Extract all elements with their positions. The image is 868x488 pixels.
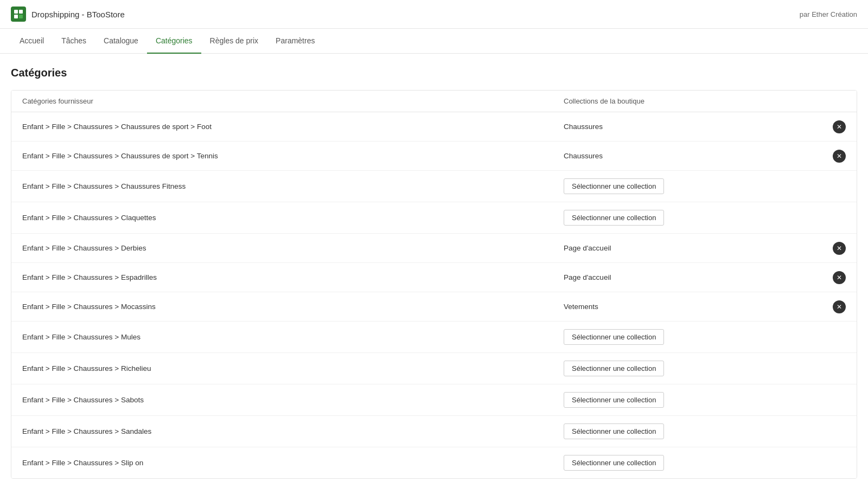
- nav-item-taches[interactable]: Tâches: [53, 29, 95, 54]
- collection-cell: Sélectionner une collection: [564, 361, 846, 376]
- category-label: Enfant > Fille > Chaussures > Claquettes: [22, 214, 564, 222]
- remove-button[interactable]: [833, 271, 846, 284]
- category-label: Enfant > Fille > Chaussures > Chaussures…: [22, 182, 564, 190]
- collection-cell: Vetements: [564, 300, 846, 313]
- category-label: Enfant > Fille > Chaussures > Espadrille…: [22, 273, 564, 281]
- remove-button[interactable]: [833, 150, 846, 163]
- svg-rect-2: [14, 15, 18, 18]
- svg-rect-1: [19, 10, 23, 14]
- category-label: Enfant > Fille > Chaussures > Chaussures…: [22, 152, 564, 160]
- collection-value: Page d'accueil: [564, 273, 833, 281]
- collection-cell: Chaussures: [564, 150, 846, 163]
- category-label: Enfant > Fille > Chaussures > Derbies: [22, 244, 564, 252]
- nav-item-categories[interactable]: Catégories: [147, 29, 201, 54]
- category-label: Enfant > Fille > Chaussures > Mocassins: [22, 303, 564, 311]
- collection-cell: Sélectionner une collection: [564, 210, 846, 226]
- table-row: Enfant > Fille > Chaussures > Claquettes…: [11, 202, 857, 234]
- logo-icon: [13, 9, 24, 20]
- collection-with-remove: Chaussures: [564, 120, 846, 133]
- header-left: Dropshipping - BTooStore: [11, 7, 125, 22]
- table-row: Enfant > Fille > Chaussures > Slip on Sé…: [11, 447, 857, 478]
- table-row: Enfant > Fille > Chaussures > Espadrille…: [11, 263, 857, 292]
- categories-table: Catégories fournisseur Collections de la…: [11, 90, 857, 479]
- category-label: Enfant > Fille > Chaussures > Slip on: [22, 459, 564, 467]
- remove-button[interactable]: [833, 120, 846, 133]
- collection-with-remove: Page d'accueil: [564, 242, 846, 255]
- collection-cell: Sélectionner une collection: [564, 392, 846, 408]
- table-row: Enfant > Fille > Chaussures > Sabots Sél…: [11, 384, 857, 416]
- select-collection-button[interactable]: Sélectionner une collection: [564, 455, 664, 471]
- collection-cell: Page d'accueil: [564, 242, 846, 255]
- select-collection-button[interactable]: Sélectionner une collection: [564, 210, 664, 226]
- table-header: Catégories fournisseur Collections de la…: [11, 91, 857, 112]
- attribution: par Ether Création: [800, 10, 857, 18]
- select-collection-button[interactable]: Sélectionner une collection: [564, 178, 664, 194]
- collection-cell: Page d'accueil: [564, 271, 846, 284]
- collection-with-remove: Chaussures: [564, 150, 846, 163]
- select-collection-button[interactable]: Sélectionner une collection: [564, 423, 664, 439]
- collection-value: Chaussures: [564, 152, 833, 160]
- category-label: Enfant > Fille > Chaussures > Richelieu: [22, 364, 564, 373]
- table-row: Enfant > Fille > Chaussures > Mules Séle…: [11, 322, 857, 353]
- remove-button[interactable]: [833, 242, 846, 255]
- table-row: Enfant > Fille > Chaussures > Chaussures…: [11, 142, 857, 171]
- collection-value: Page d'accueil: [564, 244, 833, 252]
- select-collection-button[interactable]: Sélectionner une collection: [564, 329, 664, 345]
- category-label: Enfant > Fille > Chaussures > Sabots: [22, 396, 564, 404]
- table-row: Enfant > Fille > Chaussures > Chaussures…: [11, 171, 857, 202]
- category-label: Enfant > Fille > Chaussures > Sandales: [22, 427, 564, 435]
- svg-rect-3: [19, 15, 23, 18]
- main-content: Catégories Catégories fournisseur Collec…: [0, 54, 868, 488]
- app-logo: [11, 7, 26, 22]
- collection-cell: Sélectionner une collection: [564, 329, 846, 345]
- nav-item-regles-de-prix[interactable]: Règles de prix: [201, 29, 267, 54]
- collection-cell: Chaussures: [564, 120, 846, 133]
- remove-button[interactable]: [833, 300, 846, 313]
- app-title: Dropshipping - BTooStore: [31, 10, 125, 19]
- collection-cell: Sélectionner une collection: [564, 455, 846, 471]
- collection-value: Vetements: [564, 303, 833, 311]
- nav-item-parametres[interactable]: Paramètres: [267, 29, 323, 54]
- header: Dropshipping - BTooStore par Ether Créat…: [0, 0, 868, 29]
- table-row: Enfant > Fille > Chaussures > Mocassins …: [11, 292, 857, 322]
- col-header-shop: Collections de la boutique: [564, 97, 846, 105]
- table-row: Enfant > Fille > Chaussures > Derbies Pa…: [11, 234, 857, 263]
- col-header-supplier: Catégories fournisseur: [22, 97, 564, 105]
- collection-value: Chaussures: [564, 123, 833, 131]
- table-row: Enfant > Fille > Chaussures > Richelieu …: [11, 353, 857, 384]
- select-collection-button[interactable]: Sélectionner une collection: [564, 361, 664, 376]
- select-collection-button[interactable]: Sélectionner une collection: [564, 392, 664, 408]
- collection-cell: Sélectionner une collection: [564, 178, 846, 194]
- category-label: Enfant > Fille > Chaussures > Mules: [22, 333, 564, 341]
- nav-item-catalogue[interactable]: Catalogue: [95, 29, 147, 54]
- svg-rect-0: [14, 10, 18, 14]
- main-nav: Accueil Tâches Catalogue Catégories Règl…: [0, 29, 868, 54]
- collection-with-remove: Vetements: [564, 300, 846, 313]
- table-row: Enfant > Fille > Chaussures > Sandales S…: [11, 416, 857, 447]
- table-row: Enfant > Fille > Chaussures > Chaussures…: [11, 112, 857, 142]
- category-label: Enfant > Fille > Chaussures > Chaussures…: [22, 123, 564, 131]
- page-title: Catégories: [11, 67, 857, 79]
- collection-cell: Sélectionner une collection: [564, 423, 846, 439]
- collection-with-remove: Page d'accueil: [564, 271, 846, 284]
- nav-item-accueil[interactable]: Accueil: [11, 29, 53, 54]
